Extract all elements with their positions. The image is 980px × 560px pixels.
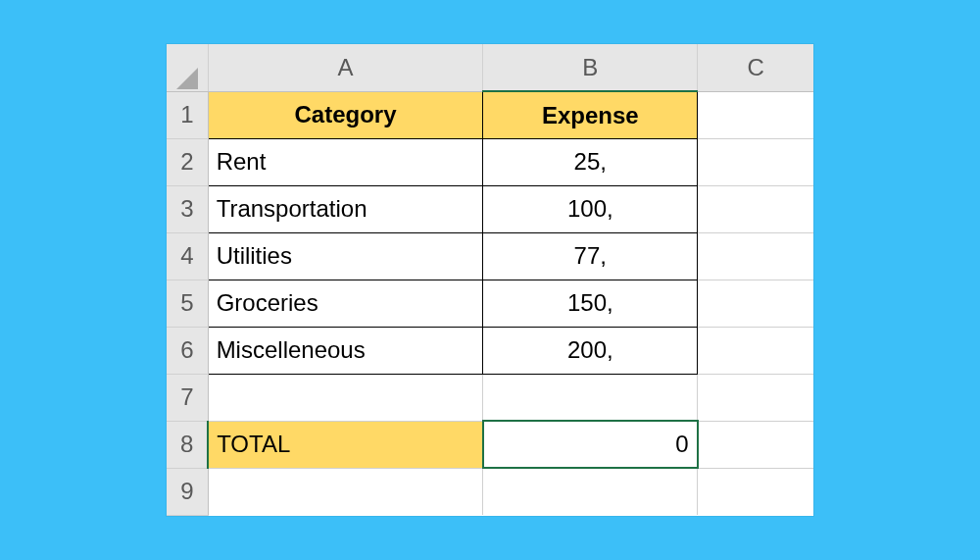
cell-b9[interactable] <box>483 468 698 515</box>
cell-b6[interactable]: 200, <box>483 327 698 374</box>
table-row: 2 Rent 25, <box>167 138 813 185</box>
cell-a5[interactable]: Groceries <box>208 280 483 327</box>
table-row: 4 Utilities 77, <box>167 232 813 280</box>
cell-a2[interactable]: Rent <box>208 138 483 185</box>
cell-b7[interactable] <box>483 374 698 421</box>
row-header-1[interactable]: 1 <box>167 91 208 138</box>
spreadsheet-grid: A B C 1 Category Expense 2 Rent 25, 3 Tr… <box>167 44 813 516</box>
cell-c4[interactable] <box>698 232 813 280</box>
column-header-c[interactable]: C <box>698 44 813 91</box>
cell-b4[interactable]: 77, <box>483 232 698 280</box>
table-row: 6 Miscelleneous 200, <box>167 327 813 374</box>
cell-b3[interactable]: 100, <box>483 185 698 232</box>
table-row: 1 Category Expense <box>167 91 813 138</box>
cell-a8[interactable]: TOTAL <box>208 421 483 468</box>
row-header-4[interactable]: 4 <box>167 232 208 280</box>
cell-c5[interactable] <box>698 280 813 327</box>
row-header-7[interactable]: 7 <box>167 374 208 421</box>
row-header-2[interactable]: 2 <box>167 138 208 185</box>
cell-a4[interactable]: Utilities <box>208 232 483 280</box>
cell-a3[interactable]: Transportation <box>208 185 483 232</box>
row-header-3[interactable]: 3 <box>167 185 208 232</box>
cell-b8-selected[interactable]: 0 <box>483 421 698 468</box>
select-all-corner[interactable] <box>167 44 208 91</box>
cell-c1[interactable] <box>698 91 813 138</box>
column-header-a[interactable]: A <box>208 44 483 91</box>
table-row: 7 <box>167 374 813 421</box>
cell-b5[interactable]: 150, <box>483 280 698 327</box>
row-header-9[interactable]: 9 <box>167 468 208 515</box>
select-all-triangle-icon <box>174 44 200 91</box>
cell-a9[interactable] <box>208 468 483 515</box>
cell-b1[interactable]: Expense <box>483 91 698 138</box>
table-row: 5 Groceries 150, <box>167 280 813 327</box>
row-header-8[interactable]: 8 <box>167 421 208 468</box>
table-row: 9 <box>167 468 813 515</box>
row-header-5[interactable]: 5 <box>167 280 208 327</box>
cell-b2[interactable]: 25, <box>483 138 698 185</box>
cell-a7[interactable] <box>208 374 483 421</box>
cell-c6[interactable] <box>698 327 813 374</box>
cell-a1[interactable]: Category <box>208 91 483 138</box>
column-header-row: A B C <box>167 44 813 91</box>
table-row: 8 TOTAL 0 <box>167 421 813 468</box>
cell-c8[interactable] <box>698 421 813 468</box>
table-row: 3 Transportation 100, <box>167 185 813 232</box>
cell-c9[interactable] <box>698 468 813 515</box>
cell-c2[interactable] <box>698 138 813 185</box>
spreadsheet-container: A B C 1 Category Expense 2 Rent 25, 3 Tr… <box>167 44 813 516</box>
column-header-b[interactable]: B <box>483 44 698 91</box>
cell-c3[interactable] <box>698 185 813 232</box>
cell-a6[interactable]: Miscelleneous <box>208 327 483 374</box>
cell-c7[interactable] <box>698 374 813 421</box>
row-header-6[interactable]: 6 <box>167 327 208 374</box>
